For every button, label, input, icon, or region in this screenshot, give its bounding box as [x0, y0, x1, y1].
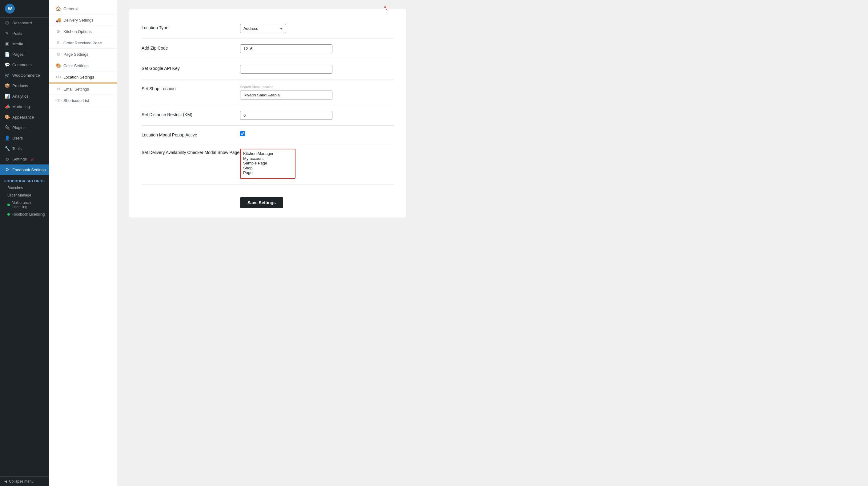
google-api-input[interactable] [240, 65, 333, 74]
submenu-item-page-settings[interactable]: ⚙ Page Settings [49, 49, 117, 60]
submenu-item-location-settings[interactable]: </> Location Settings ➜ [49, 72, 117, 83]
submenu-item-label: General [63, 6, 78, 11]
google-api-label: Set Google API Key [142, 65, 240, 71]
distance-restrict-label: Set Distance Restrict (KM) [142, 111, 240, 117]
submenu-item-label: Shortcode List [63, 98, 89, 103]
form-wrapper: ↑ Location Type Address City Zip Code Ad… [129, 9, 406, 218]
sidebar-sub-item-branches[interactable]: Branches [0, 184, 49, 192]
sidebar: W ⊞ Dashboard ✎ Posts ▣ Media 📄 Pages 💬 … [0, 0, 49, 486]
sidebar-sub-label: Foodbook Licensing [12, 212, 44, 217]
submenu-item-shortcode-list[interactable]: </> Shortcode List [49, 95, 117, 106]
kitchen-icon: ⚙ [55, 29, 61, 34]
sidebar-item-media[interactable]: ▣ Media [0, 38, 49, 49]
shop-location-input[interactable] [240, 90, 333, 99]
zip-code-row: Add Zip Code [142, 39, 394, 59]
submenu-panel: 🏠 General 🚚 Delivery Settings ⚙ Kitchen … [49, 0, 117, 486]
location-type-select[interactable]: Address City Zip Code [240, 24, 286, 33]
sidebar-item-label: Products [12, 83, 28, 88]
submenu-item-label: Kitchen Options [63, 29, 92, 34]
shop-location-search-hint: Search Shop Location [240, 85, 394, 89]
posts-icon: ✎ [4, 30, 10, 36]
sidebar-item-tools[interactable]: 🔧 Tools [0, 143, 49, 154]
google-api-row: Set Google API Key [142, 59, 394, 80]
submenu-item-kitchen-options[interactable]: ⚙ Kitchen Options [49, 26, 117, 37]
products-icon: 📦 [4, 83, 10, 88]
delivery-option-my-account[interactable]: My account [243, 156, 292, 161]
content-area: ↑ Location Type Address City Zip Code Ad… [117, 0, 868, 486]
sidebar-item-products[interactable]: 📦 Products [0, 80, 49, 91]
sidebar-sub-item-foodbook-licensing[interactable]: Foodbook Licensing [0, 211, 49, 218]
analytics-icon: 📊 [4, 93, 10, 99]
sidebar-item-dashboard[interactable]: ⊞ Dashboard [0, 18, 49, 28]
sidebar-item-users[interactable]: 👤 Users [0, 133, 49, 143]
zip-code-label: Add Zip Code [142, 44, 240, 51]
submenu-item-email-settings[interactable]: ✉ Email Settings [49, 83, 117, 95]
submenu-item-order-received-page[interactable]: 🖥 Order Received Pgae [49, 37, 117, 49]
sidebar-item-analytics[interactable]: 📊 Analytics [0, 91, 49, 101]
google-api-control [240, 65, 394, 74]
sidebar-item-label: Settings [12, 157, 27, 162]
location-modal-checkbox[interactable] [240, 131, 245, 136]
zip-code-control [240, 44, 394, 53]
submenu-item-delivery-settings[interactable]: 🚚 Delivery Settings [49, 15, 117, 26]
settings-icon: ⚙ [4, 156, 10, 162]
sidebar-item-label: Comments [12, 62, 32, 67]
delivery-checker-row: Set Delivery Availability Checker Modal … [142, 143, 394, 185]
location-modal-row: Location Modal Popup Active [142, 126, 394, 143]
main-area: 🏠 General 🚚 Delivery Settings ⚙ Kitchen … [49, 0, 868, 486]
sidebar-item-foodbook-settings[interactable]: ⚙ Foodbook Settings [0, 165, 49, 175]
delivery-checker-listbox[interactable]: Kitchen Manager My account Sample Page S… [241, 150, 294, 178]
foodbook-settings-icon: ⚙ [4, 167, 10, 172]
location-settings-icon: </> [55, 75, 61, 80]
foodbook-section-header: Foodbook Settings [0, 176, 49, 184]
sidebar-item-settings[interactable]: ⚙ Settings ↙ [0, 154, 49, 165]
sidebar-item-label: Appearance [12, 115, 34, 119]
sidebar-item-marketing[interactable]: 📣 Marketing [0, 101, 49, 112]
delivery-option-sample-page[interactable]: Sample Page [243, 161, 292, 166]
delivery-option-shop[interactable]: Shop [243, 166, 292, 171]
sidebar-item-comments[interactable]: 💬 Comments [0, 59, 49, 70]
delivery-option-page[interactable]: Page [243, 170, 292, 175]
sidebar-item-posts[interactable]: ✎ Posts [0, 28, 49, 38]
zip-code-input[interactable] [240, 44, 333, 53]
order-received-icon: 🖥 [55, 40, 61, 45]
distance-restrict-input[interactable] [240, 111, 333, 120]
submenu-item-color-settings[interactable]: 🎨 Color Settings [49, 60, 117, 72]
collapse-icon: ◀ [4, 479, 7, 484]
settings-arrow-indicator: ↙ [30, 156, 34, 162]
location-modal-control [240, 131, 394, 137]
location-type-control: Address City Zip Code [240, 24, 394, 33]
submenu-item-general[interactable]: 🏠 General [49, 3, 117, 15]
sidebar-item-label: Dashboard [12, 21, 32, 25]
sidebar-item-label: Foodbook Settings [12, 168, 45, 172]
collapse-menu-button[interactable]: ◀ Collapse menu [0, 477, 49, 486]
sidebar-sub-item-multibranch-licensing[interactable]: Multibranch Licensing [0, 199, 49, 211]
woocommerce-icon: 🛒 [4, 73, 10, 78]
delivery-option-kitchen-manager[interactable]: Kitchen Manager [243, 151, 292, 156]
shortcode-icon: </> [55, 98, 61, 103]
sidebar-item-woocommerce[interactable]: 🛒 WooCommerce [0, 70, 49, 80]
location-type-label: Location Type [142, 24, 240, 30]
sidebar-item-label: Users [12, 136, 23, 140]
location-modal-label: Location Modal Popup Active [142, 131, 240, 137]
pages-icon: 📄 [4, 52, 10, 57]
sidebar-sub-item-order-manage[interactable]: Order Manage [0, 192, 49, 199]
multibranch-status-dot [7, 204, 10, 206]
sidebar-item-pages[interactable]: 📄 Pages [0, 49, 49, 59]
sidebar-item-appearance[interactable]: 🎨 Appearance [0, 112, 49, 122]
distance-restrict-control [240, 111, 394, 120]
sidebar-logo: W [0, 0, 49, 18]
save-settings-button[interactable]: Save Settings [240, 197, 283, 208]
location-type-row: Location Type Address City Zip Code [142, 19, 394, 39]
sidebar-item-label: Media [12, 41, 23, 46]
sidebar-item-label: WooCommerce [12, 73, 40, 78]
delivery-checker-label: Set Delivery Availability Checker Modal … [142, 149, 240, 155]
sidebar-item-plugins[interactable]: 🔌 Plugins [0, 122, 49, 133]
delivery-listbox-wrapper: Kitchen Manager My account Sample Page S… [240, 149, 296, 179]
users-icon: 👤 [4, 135, 10, 141]
submenu-item-label: Location Settings [63, 75, 94, 80]
sidebar-item-label: Analytics [12, 94, 28, 98]
appearance-icon: 🎨 [4, 114, 10, 120]
sidebar-item-label: Posts [12, 31, 23, 36]
media-icon: ▣ [4, 41, 10, 47]
